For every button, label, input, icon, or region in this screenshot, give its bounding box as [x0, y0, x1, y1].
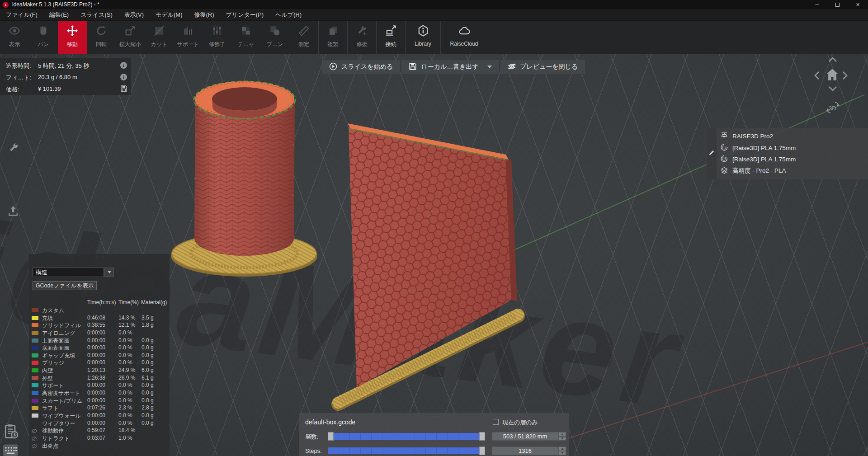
nav-left-chevron[interactable]: [814, 71, 820, 80]
right-filament-row[interactable]: R [Raise3D] PLA 1.75mm: [717, 154, 868, 165]
menu-help[interactable]: ヘルプ(H): [269, 9, 307, 20]
show-gcode-button[interactable]: GCodeファイルを表示: [33, 281, 97, 290]
nav-up-chevron[interactable]: [828, 56, 837, 62]
table-row-top-surface[interactable]: 上面表面層0:00:000.0 %0.0 g: [29, 337, 170, 344]
table-row-start-point[interactable]: 出発点: [29, 442, 170, 450]
table-row-travel-moves[interactable]: 移動動作0:59:0718.4 %: [29, 427, 170, 434]
menu-printer[interactable]: プリンター(P): [220, 9, 270, 20]
color-swatch[interactable]: [32, 399, 38, 403]
printer-type-row[interactable]: RAISE3D Pro2: [717, 131, 868, 142]
edit-settings-strip[interactable]: [707, 128, 717, 179]
color-swatch[interactable]: [32, 391, 38, 395]
menu-edit[interactable]: 編集(E): [43, 9, 75, 20]
left-filament-row[interactable]: L [Raise3D] PLA 1.75mm: [717, 142, 868, 154]
toolbar-modifier-button[interactable]: 修飾子: [203, 21, 231, 54]
export-upload-icon[interactable]: [7, 205, 19, 216]
current-layer-only-checkbox[interactable]: [493, 419, 499, 425]
rotate-3d-icon[interactable]: 3D: [823, 99, 843, 117]
table-row-bridge[interactable]: ブリッジ0:00:000.0 %0.0 g: [29, 359, 170, 367]
table-row-support[interactable]: サポート0:00:000.0 %0.0 g: [29, 381, 170, 389]
toolbar-pan-button[interactable]: パン: [29, 21, 58, 54]
color-swatch[interactable]: [32, 421, 38, 425]
steps-value-box[interactable]: 1316: [492, 447, 558, 455]
color-swatch[interactable]: [32, 353, 38, 357]
adjust-wrench-icon[interactable]: [8, 142, 20, 154]
minimize-button[interactable]: ─: [807, 0, 827, 9]
color-swatch[interactable]: [32, 346, 38, 350]
layer-spinner[interactable]: [558, 432, 566, 441]
toolbar-texture-button[interactable]: テ…ャ: [231, 21, 260, 54]
nav-down-chevron[interactable]: [828, 86, 837, 92]
info-icon[interactable]: i: [120, 74, 127, 80]
color-swatch[interactable]: [32, 376, 38, 380]
table-row-outer-wall[interactable]: 外壁1:26:3826.9 %6.1 g: [29, 374, 170, 382]
table-row-skirt-brim[interactable]: スカート/ブリム0:00:000.0 %0.0 g: [29, 397, 170, 404]
color-swatch[interactable]: [32, 308, 38, 312]
toolbar-boolean-button[interactable]: ブ…ン: [260, 21, 289, 54]
toolbar-duplicate-button[interactable]: 複製: [318, 21, 347, 54]
table-row-solid-fill[interactable]: ソリッドフィル0:38:5512.1 %1.8 g: [29, 321, 170, 329]
table-row-wipe-wall[interactable]: ワイプウォール0:00:000.0 %0.0 g: [29, 412, 170, 419]
save-price-icon[interactable]: [120, 85, 127, 94]
menu-repair[interactable]: 修復(R): [188, 9, 220, 20]
table-row-inner-wall[interactable]: 内壁1:20:1324.9 %6.0 g: [29, 367, 170, 374]
toolbar-cut-button[interactable]: カット: [145, 21, 174, 54]
table-row-retract[interactable]: リトラクト0:03:071.0 %: [29, 434, 170, 442]
color-swatch[interactable]: [32, 361, 38, 365]
table-row-wipe-tower[interactable]: ワイプタワー0:00:000.0 %0.0 g: [29, 419, 170, 427]
menu-file[interactable]: ファイル(F): [0, 9, 43, 20]
info-icon[interactable]: i: [120, 62, 127, 69]
maximize-button[interactable]: [827, 0, 848, 9]
table-row-raft[interactable]: ラフト0:07:262.3 %2.8 g: [29, 404, 170, 412]
color-swatch[interactable]: [32, 383, 38, 387]
toolbar-view-button[interactable]: 表示: [0, 21, 29, 54]
toolbar-raisecloud-button[interactable]: RaiseCloud: [440, 21, 487, 54]
layer-slider-left-handle[interactable]: [328, 432, 334, 441]
steps-slider-handle[interactable]: [479, 447, 485, 455]
layer-value-box[interactable]: 503 / 51.820 mm: [492, 432, 558, 441]
title-bar[interactable]: i ideaMaker 5.1.3 (RAISE3D Pro2) - * ─ ✕: [0, 0, 868, 9]
color-swatch[interactable]: [32, 331, 38, 335]
panel-drag-handle[interactable]: ·····: [29, 254, 170, 259]
slice-template-row[interactable]: 高精度 - Pro2 - PLA: [717, 165, 868, 177]
table-row-ironing[interactable]: アイロニング0:00:000.0 %: [29, 329, 170, 337]
toolbar-repair-button[interactable]: 修復: [347, 21, 376, 54]
toolbar-connect-button[interactable]: 接続: [376, 21, 405, 54]
home-view-icon[interactable]: [825, 67, 840, 82]
steps-slider[interactable]: [328, 447, 485, 454]
toolbar-move-button[interactable]: 移動: [58, 21, 87, 54]
table-row-bottom-surface[interactable]: 底面表面層0:00:000.0 %0.0 g: [29, 344, 170, 352]
color-swatch[interactable]: [32, 323, 38, 327]
close-button[interactable]: ✕: [848, 0, 868, 9]
panel-drag-handle[interactable]: ·····: [299, 414, 569, 418]
export-local-button[interactable]: ローカル…書き出す: [401, 60, 499, 74]
toolbar-support-button[interactable]: サポート: [174, 21, 203, 54]
print-queue-icon[interactable]: [3, 423, 20, 441]
table-row-dense-support[interactable]: 高密度サポート0:00:000.0 %0.0 g: [29, 389, 170, 397]
printer-settings-panel[interactable]: RAISE3D Pro2 L [Raise3D] PLA 1.75mm R [R…: [707, 128, 868, 179]
toolbar-scale-button[interactable]: 拡大縮小: [116, 21, 145, 54]
structure-dropdown[interactable]: 構造: [33, 268, 104, 277]
menu-slice[interactable]: スライス(S): [75, 9, 118, 20]
steps-spinner[interactable]: [558, 447, 566, 455]
color-swatch[interactable]: [32, 338, 38, 343]
color-swatch[interactable]: [32, 368, 38, 372]
color-swatch[interactable]: [32, 316, 38, 320]
toolbar-library-button[interactable]: Library: [405, 21, 440, 54]
close-preview-button[interactable]: プレビューを閉じる: [500, 60, 585, 74]
color-swatch[interactable]: [32, 414, 38, 418]
layer-slider-right-handle[interactable]: [479, 432, 485, 441]
export-dropdown-caret[interactable]: [487, 66, 492, 68]
toolbar-measure-button[interactable]: 測定: [289, 21, 318, 54]
nav-right-chevron[interactable]: [842, 71, 848, 80]
start-slice-button[interactable]: スライスを始める: [322, 60, 400, 74]
table-row-infill[interactable]: 充填0:46:0814.3 %3.5 g: [29, 314, 170, 322]
menu-model[interactable]: モデル(M): [150, 9, 188, 20]
table-row-gap-fill[interactable]: ギャップ充填0:00:000.0 %0.0 g: [29, 352, 170, 359]
menu-view[interactable]: 表示(V): [118, 9, 150, 20]
toolbar-rotate-button[interactable]: 回転: [87, 21, 116, 54]
keypad-icon[interactable]: [2, 444, 19, 456]
structure-dropdown-button[interactable]: [104, 268, 114, 277]
layer-range-slider[interactable]: [328, 433, 485, 440]
eye-off-icon[interactable]: [31, 443, 38, 451]
